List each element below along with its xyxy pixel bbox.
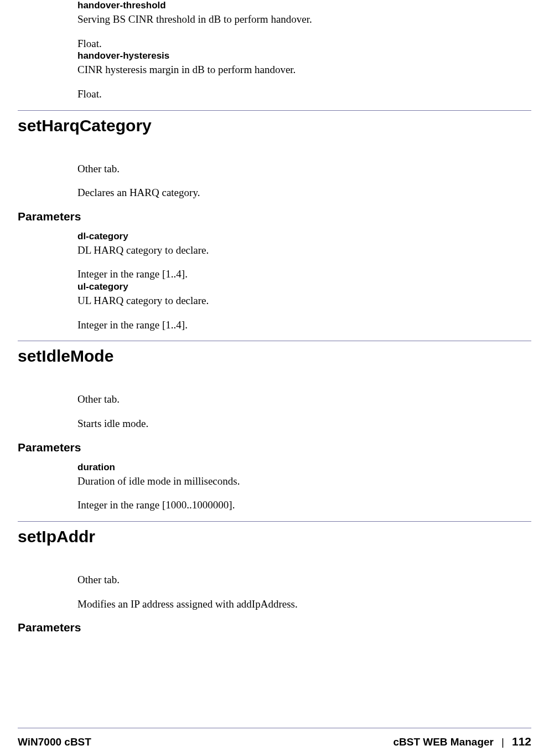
param-type: Integer in the range [1..4]. [77, 267, 531, 281]
param-name: duration [77, 462, 531, 473]
section-title-setharqcategory: setHarqCategory [18, 116, 531, 135]
param-desc: Duration of idle mode in milliseconds. [77, 474, 531, 488]
footer-separator: | [501, 736, 504, 748]
footer-page-number: 112 [512, 735, 531, 748]
footer-right: cBST WEB Manager | 112 [393, 735, 531, 748]
section-intro: Other tab. Declares an HARQ category. [77, 162, 531, 200]
intro-param-block-1: handover-hysteresis CINR hysteresis marg… [77, 50, 531, 101]
param-name: handover-hysteresis [77, 50, 531, 61]
footer-left: WiN7000 cBST [18, 736, 91, 748]
section-title-setipaddr: setIpAddr [18, 527, 531, 546]
intro-param-block-0: handover-threshold Serving BS CINR thres… [77, 0, 531, 50]
intro-line: Declares an HARQ category. [77, 186, 531, 200]
parameters-heading: Parameters [18, 621, 531, 634]
intro-line: Other tab. [77, 573, 531, 587]
param-type: Float. [77, 87, 531, 101]
page-footer: WiN7000 cBST cBST WEB Manager | 112 [18, 735, 531, 748]
param-desc: DL HARQ category to declare. [77, 243, 531, 258]
section-intro: Other tab. Modifies an IP address assign… [77, 573, 531, 611]
param-name: handover-threshold [77, 0, 531, 11]
intro-line: Starts idle mode. [77, 416, 531, 431]
param-desc: CINR hysteresis margin in dB to perform … [77, 63, 531, 77]
param-name: ul-category [77, 281, 531, 292]
param-name: dl-category [77, 231, 531, 242]
section-title-setidlemode: setIdleMode [18, 347, 531, 366]
param-block: ul-category UL HARQ category to declare.… [77, 281, 531, 332]
section-divider [18, 341, 531, 341]
parameters-heading: Parameters [18, 441, 531, 454]
section-divider [18, 521, 531, 522]
intro-line: Other tab. [77, 392, 531, 407]
document-page: handover-threshold Serving BS CINR thres… [0, 0, 549, 756]
section-intro: Other tab. Starts idle mode. [77, 392, 531, 430]
parameters-heading: Parameters [18, 210, 531, 223]
param-block: duration Duration of idle mode in millis… [77, 462, 531, 512]
param-type: Integer in the range [1..4]. [77, 318, 531, 332]
param-desc: UL HARQ category to declare. [77, 294, 531, 308]
document-content: handover-threshold Serving BS CINR thres… [0, 0, 549, 642]
footer-divider [18, 728, 531, 728]
param-desc: Serving BS CINR threshold in dB to perfo… [77, 12, 531, 27]
intro-line: Other tab. [77, 162, 531, 176]
footer-right-label: cBST WEB Manager [393, 736, 494, 748]
section-divider [18, 110, 531, 111]
param-type: Integer in the range [1000..1000000]. [77, 498, 531, 512]
param-block: dl-category DL HARQ category to declare.… [77, 231, 531, 281]
intro-line: Modifies an IP address assigned with add… [77, 597, 531, 611]
param-type: Float. [77, 37, 531, 51]
